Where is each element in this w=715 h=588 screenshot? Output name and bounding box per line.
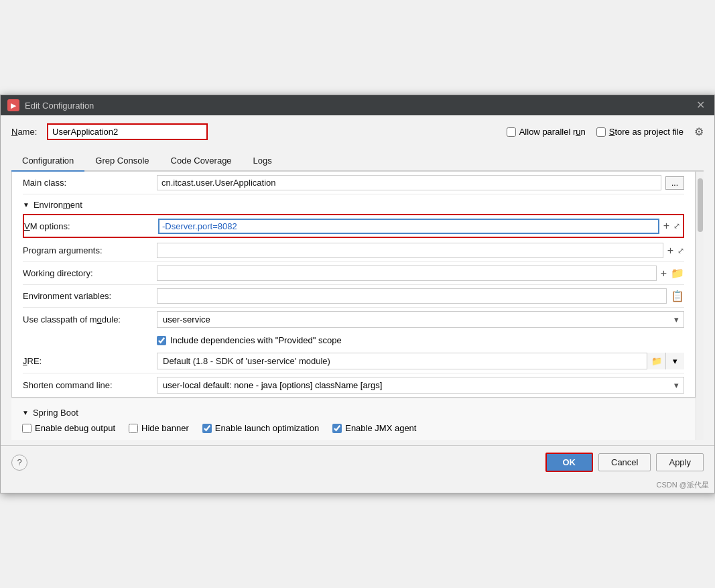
ok-button[interactable]: OK bbox=[545, 453, 594, 472]
program-args-expand-icon[interactable]: ⤢ bbox=[677, 247, 684, 255]
scrollbar-thumb[interactable] bbox=[698, 178, 703, 232]
program-args-add-icon[interactable]: + bbox=[667, 245, 673, 256]
title-bar: ▶ Edit Configuration ✕ bbox=[1, 95, 714, 115]
spring-boot-header[interactable]: ▼ Spring Boot bbox=[22, 402, 685, 420]
environment-section-header[interactable]: ▼ Environment bbox=[23, 194, 684, 213]
working-dir-row: Working directory: + 📁 bbox=[23, 262, 684, 285]
shorten-cmd-label: Shorten command line: bbox=[23, 380, 157, 390]
enable-jmx-label: Enable JMX agent bbox=[345, 423, 416, 433]
store-project-label: Store as project file bbox=[609, 127, 684, 137]
program-args-label: Program arguments: bbox=[23, 245, 157, 255]
classpath-module-select-wrapper: user-service bbox=[157, 311, 684, 328]
spring-boot-checkboxes: Enable debug output Hide banner Enable l… bbox=[22, 420, 685, 433]
spring-boot-section: ▼ Spring Boot Enable debug output Hide b… bbox=[11, 398, 696, 440]
hide-banner-label: Hide banner bbox=[141, 423, 189, 433]
tab-logs[interactable]: Logs bbox=[243, 151, 283, 172]
working-dir-folder-icon[interactable]: 📁 bbox=[671, 268, 684, 279]
dialog-title: Edit Configuration bbox=[25, 101, 688, 111]
include-deps-row: Include dependencies with "Provided" sco… bbox=[23, 331, 684, 349]
classpath-module-select[interactable]: user-service bbox=[157, 311, 684, 328]
allow-parallel-label: Allow parallel run bbox=[519, 127, 586, 137]
enable-launch-opt-checkbox[interactable] bbox=[202, 424, 212, 433]
main-class-input[interactable] bbox=[157, 175, 661, 190]
enable-debug-option[interactable]: Enable debug output bbox=[22, 423, 115, 433]
working-dir-add-icon[interactable]: + bbox=[661, 268, 667, 279]
apply-button[interactable]: Apply bbox=[656, 453, 704, 471]
spring-boot-collapse-icon: ▼ bbox=[22, 409, 29, 416]
jre-label: JRE: bbox=[23, 356, 157, 366]
store-project-checkbox[interactable] bbox=[596, 127, 606, 137]
jre-select[interactable]: Default (1.8 - SDK of 'user-service' mod… bbox=[157, 353, 684, 369]
main-panel: Main class: ... ▼ Environment VM options… bbox=[11, 172, 704, 440]
jre-buttons: 📁 ▾ bbox=[647, 353, 684, 369]
vm-options-label: VM options: bbox=[24, 221, 158, 231]
app-icon: ▶ bbox=[7, 99, 19, 111]
main-class-label: Main class: bbox=[23, 178, 157, 188]
store-project-option[interactable]: Store as project file bbox=[596, 127, 684, 137]
env-vars-label: Environment variables: bbox=[23, 291, 157, 301]
vm-options-input[interactable] bbox=[162, 221, 655, 231]
shorten-cmd-select[interactable]: user-local default: none - java [options… bbox=[157, 377, 684, 394]
hide-banner-checkbox[interactable] bbox=[129, 424, 138, 433]
name-row: Name: Allow parallel run Store as projec… bbox=[11, 123, 704, 140]
working-dir-label: Working directory: bbox=[23, 268, 157, 278]
enable-debug-checkbox[interactable] bbox=[22, 424, 31, 433]
classpath-module-label: Use classpath of module: bbox=[23, 314, 157, 325]
gear-icon[interactable]: ⚙ bbox=[694, 125, 704, 138]
main-class-row: Main class: ... bbox=[23, 172, 684, 194]
enable-launch-opt-option[interactable]: Enable launch optimization bbox=[202, 423, 319, 433]
working-dir-input[interactable] bbox=[157, 266, 657, 281]
shorten-cmd-select-wrapper: user-local default: none - java [options… bbox=[157, 377, 684, 394]
cancel-button[interactable]: Cancel bbox=[598, 453, 651, 471]
env-vars-row: Environment variables: 📋 bbox=[23, 285, 684, 308]
jre-select-wrapper: Default (1.8 - SDK of 'user-service' mod… bbox=[157, 353, 684, 369]
tabs-bar: Configuration Grep Console Code Coverage… bbox=[11, 151, 704, 172]
close-button[interactable]: ✕ bbox=[694, 100, 708, 111]
classpath-module-row: Use classpath of module: user-service bbox=[23, 308, 684, 331]
collapse-triangle-icon: ▼ bbox=[23, 201, 29, 209]
environment-label: Environment bbox=[34, 200, 82, 210]
enable-jmx-checkbox[interactable] bbox=[332, 424, 342, 433]
env-vars-input[interactable] bbox=[157, 288, 667, 304]
watermark: CSDN @派代星 bbox=[1, 479, 714, 493]
enable-jmx-option[interactable]: Enable JMX agent bbox=[332, 423, 416, 433]
main-class-browse-button[interactable]: ... bbox=[665, 176, 684, 190]
tab-configuration[interactable]: Configuration bbox=[11, 151, 84, 172]
jre-dropdown-button[interactable]: ▾ bbox=[665, 353, 684, 369]
env-vars-copy-icon[interactable]: 📋 bbox=[671, 291, 684, 302]
include-deps-label: Include dependencies with "Provided" sco… bbox=[170, 335, 342, 345]
vm-options-expand-icon[interactable]: ⤢ bbox=[673, 222, 680, 230]
enable-debug-label: Enable debug output bbox=[35, 423, 115, 433]
allow-parallel-option[interactable]: Allow parallel run bbox=[507, 127, 586, 137]
jre-browse-button[interactable]: 📁 bbox=[647, 353, 665, 369]
tab-code-coverage[interactable]: Code Coverage bbox=[160, 151, 243, 172]
name-options: Allow parallel run Store as project file… bbox=[507, 125, 704, 138]
include-deps-checkbox[interactable] bbox=[157, 336, 166, 345]
program-args-row: Program arguments: + ⤢ bbox=[23, 239, 684, 262]
jre-row: JRE: Default (1.8 - SDK of 'user-service… bbox=[23, 349, 684, 373]
shorten-cmd-row: Shorten command line: user-local default… bbox=[23, 373, 684, 397]
allow-parallel-checkbox[interactable] bbox=[507, 127, 516, 137]
vm-options-add-icon[interactable]: + bbox=[663, 221, 669, 231]
help-button[interactable]: ? bbox=[11, 455, 27, 471]
hide-banner-option[interactable]: Hide banner bbox=[129, 423, 189, 433]
main-content: Main class: ... ▼ Environment VM options… bbox=[11, 172, 696, 440]
name-input[interactable] bbox=[47, 123, 208, 140]
program-args-input[interactable] bbox=[157, 243, 663, 258]
dialog-footer: ? OK Cancel Apply bbox=[1, 445, 714, 479]
scrollbar-track[interactable] bbox=[696, 172, 704, 440]
tab-grep-console[interactable]: Grep Console bbox=[84, 151, 159, 172]
name-label: Name: bbox=[11, 127, 42, 137]
enable-launch-opt-label: Enable launch optimization bbox=[215, 423, 319, 433]
spring-boot-label: Spring Boot bbox=[33, 408, 78, 418]
